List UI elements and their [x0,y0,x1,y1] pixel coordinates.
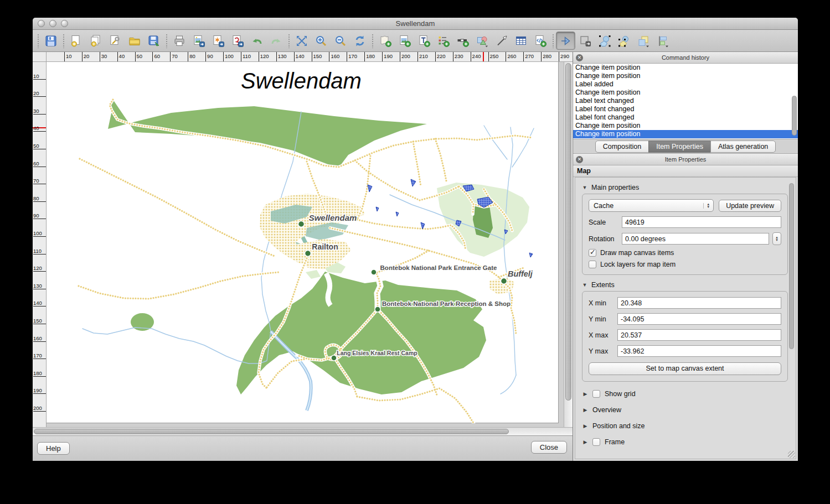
canvas-horizontal-scrollbar-thumb[interactable] [34,429,509,434]
composition-page[interactable]: Swellendam Railton Bontebok National Par… [47,62,559,423]
command-history-scrollbar-thumb[interactable] [792,96,797,136]
undo-button[interactable] [247,32,266,50]
toolbar-separator [370,34,374,48]
add-legend-button[interactable] [434,32,453,50]
add-arrow-button[interactable] [492,32,511,50]
move-item-content-button[interactable] [575,32,595,50]
print-button[interactable] [169,32,189,50]
add-html-button[interactable] [530,32,550,50]
zoom-full-button[interactable] [292,32,311,50]
ruler-left-tick: 30 [33,108,46,115]
command-history-titlebar: ✕ Command history [573,52,798,64]
redo-button[interactable] [266,32,286,50]
composition-canvas-area[interactable]: Swellendam Railton Bontebok National Par… [47,62,564,427]
align-items-button[interactable] [653,32,672,50]
ruler-top-tick: 20 [82,52,90,61]
collapsed-triangle-icon[interactable]: ▶ [582,423,588,429]
unchecked-checkbox[interactable] [592,390,600,398]
section-frame[interactable]: ▶Frame [582,438,796,446]
command-history-item[interactable]: Label added [573,80,798,89]
section-position-and-size[interactable]: ▶Position and size [582,422,796,430]
canvas-vertical-scrollbar[interactable] [564,62,573,427]
command-history-item[interactable]: Change item position [573,130,798,138]
extent-y-max-input[interactable]: -33.962 [617,345,781,357]
close-window-icon[interactable] [38,20,45,27]
collapsed-triangle-icon[interactable]: ▶ [582,407,588,413]
item-properties-scrollbar-thumb[interactable] [789,183,794,349]
command-history-item[interactable]: Change item position [573,122,798,130]
composer-manager-button[interactable] [105,32,125,50]
command-history-list[interactable]: Change item positionChange item position… [573,64,798,139]
unchecked-checkbox[interactable] [592,438,600,446]
canvas-vertical-scrollbar-thumb[interactable] [565,63,571,401]
preview-mode-value: Cache [594,202,614,210]
tab-item-properties[interactable]: Item Properties [648,141,711,153]
extent-x-min-input[interactable]: 20.348 [617,297,781,309]
resize-grip[interactable] [788,451,795,458]
export-svg-button[interactable] [208,32,228,50]
command-history-close-icon[interactable]: ✕ [576,54,583,61]
extent-y-min-input[interactable]: -34.095 [617,313,781,325]
composition-title-label[interactable]: Swellendam [241,69,362,93]
canvas-horizontal-scrollbar[interactable] [33,427,573,435]
section-show-grid[interactable]: ▶Show grid [582,390,796,398]
add-image-button[interactable] [395,32,414,50]
add-shape-button[interactable] [472,32,492,50]
command-history-item[interactable]: Label text changed [573,97,798,105]
collapsed-triangle-icon[interactable]: ▶ [582,439,588,445]
section-overview[interactable]: ▶Overview [582,406,796,414]
command-history-item[interactable]: Change item position [573,72,798,80]
rotation-spinner[interactable]: ▲▼ [772,232,781,245]
duplicate-composition-button[interactable] [86,32,105,50]
set-to-map-canvas-extent-button[interactable]: Set to map canvas extent [589,362,781,375]
command-history-item[interactable]: Change item position [573,64,798,72]
main-properties-header[interactable]: ▼ Main properties [582,184,796,191]
preview-mode-combobox[interactable]: Cache ▲▼ [589,199,714,212]
map-item[interactable]: Swellendam Railton Bontebok National Par… [47,62,559,423]
rotation-input[interactable]: 0.00 degrees [622,233,769,245]
add-attribute-table-button[interactable] [511,32,530,50]
update-preview-button[interactable]: Update preview [719,200,781,212]
export-svg-icon [212,34,225,48]
select-move-item-button[interactable] [556,32,575,50]
extent-field-row: Y max-33.962 [589,345,781,357]
extent-x-max-input[interactable]: 20.537 [617,329,781,341]
export-pdf-button[interactable] [228,32,247,50]
add-map-button[interactable] [375,32,395,50]
zoom-out-button[interactable] [331,32,350,50]
add-label-icon [417,34,431,48]
titlebar[interactable]: Swellendam [33,18,798,30]
ungroup-items-button[interactable] [614,32,633,50]
zoom-window-icon[interactable] [61,20,68,27]
tab-composition[interactable]: Composition [595,141,649,153]
tab-atlas-generation[interactable]: Atlas generation [710,141,776,153]
help-button[interactable]: Help [37,442,70,455]
ruler-top-tick: 150 [312,52,322,61]
command-history-item[interactable]: Label font changed [573,113,798,122]
save-template-button[interactable] [144,32,163,50]
scale-input[interactable]: 49619 [622,216,781,228]
window-title: Swellendam [33,19,798,28]
save-project-button[interactable] [41,32,60,50]
item-properties-close-icon[interactable]: ✕ [576,156,583,163]
add-label-button[interactable] [414,32,434,50]
load-template-button[interactable] [125,32,144,50]
checked-checkbox[interactable] [589,249,596,257]
extents-group: X min20.348Y min-34.095X max20.537Y max-… [582,291,788,382]
refresh-view-button[interactable] [350,32,369,50]
undo-icon [250,34,264,48]
add-scalebar-button[interactable] [453,32,472,50]
close-button[interactable]: Close [531,441,567,454]
label-reception-shop: Bontebok National Park Reception & Shop [382,300,511,307]
extents-header[interactable]: ▼ Extents [582,281,796,289]
collapsed-triangle-icon[interactable]: ▶ [582,391,588,397]
minimize-window-icon[interactable] [49,20,56,27]
command-history-item[interactable]: Change item position [573,89,798,97]
group-items-button[interactable] [595,32,614,50]
command-history-item[interactable]: Label font changed [573,105,798,113]
raise-items-button[interactable] [633,32,653,50]
export-image-button[interactable] [189,32,208,50]
zoom-in-button[interactable] [311,32,331,50]
unchecked-checkbox[interactable] [589,261,596,268]
new-composition-button[interactable] [66,32,86,50]
